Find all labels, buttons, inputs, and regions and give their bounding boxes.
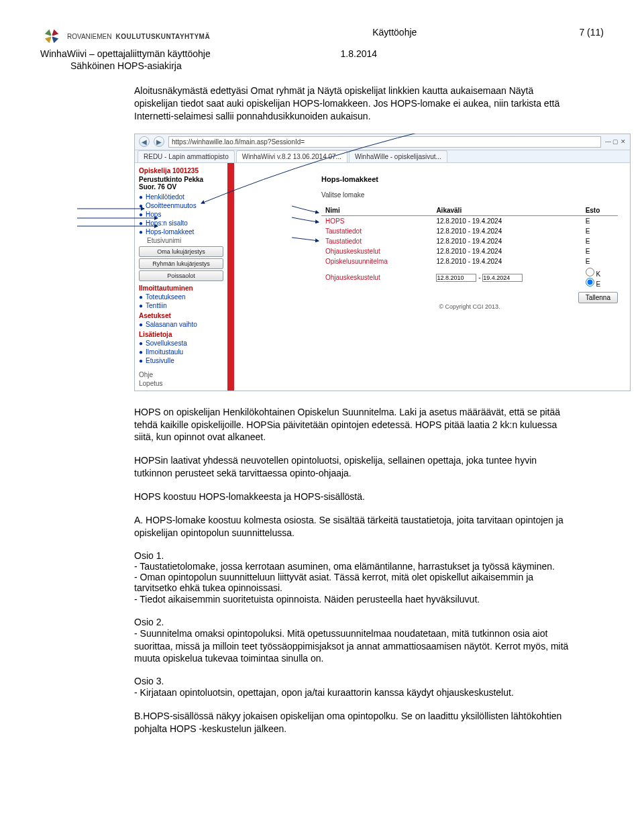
student-ov: Suor. 76 OV	[135, 183, 227, 193]
sidebar-logout[interactable]: Lopetus	[135, 379, 227, 388]
sidebar-section: Asetukset	[135, 310, 227, 320]
bullet-icon: ●	[139, 357, 143, 364]
radio-k[interactable]	[586, 268, 594, 276]
browser-tab[interactable]: REDU - Lapin ammattiopisto	[138, 150, 235, 162]
body-para: HOPS on opiskelijan Henkilökohtainen Opi…	[134, 406, 577, 444]
sidebar-help[interactable]: Ohje	[135, 370, 227, 379]
panel-title: Hops-lomakkeet	[321, 175, 618, 183]
doc-title: Käyttöohje	[372, 27, 417, 38]
main-panel: Hops-lomakkeet Valitse lomake Nimi Aikav…	[234, 163, 630, 391]
back-button[interactable]: ◀	[139, 136, 150, 147]
bullet-icon: ●	[139, 193, 143, 201]
body-para: A. HOPS-lomake koostuu kolmesta osiosta.…	[134, 514, 577, 539]
intro-paragraph: Aloitusnäkymästä edettyäsi Omat ryhmät j…	[134, 85, 577, 123]
bullet-icon: ●	[139, 340, 143, 347]
sidebar-button-schedule[interactable]: Oma lukujärjestys	[139, 246, 223, 257]
body-para: HOPS koostuu HOPS-lomakkeesta ja HOPS-si…	[134, 491, 577, 503]
osio1-line: - Oman opintopolun suunnitteluun liittyv…	[134, 572, 577, 593]
red-divider	[227, 163, 234, 391]
osio2-line: - Suunnitelma omaksi opintopoluksi. Mitä…	[134, 627, 577, 666]
table-row-editable: Ohjauskeskustelut - K E	[321, 266, 618, 289]
bullet-icon: ●	[139, 302, 143, 309]
sidebar-section: Ilmoittautuminen	[135, 282, 227, 293]
sidebar-item: ●Hops	[135, 210, 227, 219]
browser-chrome: ◀ ▶ https://winhawille.lao.fi/main.asp?S…	[134, 134, 631, 391]
osio1-title: Osio 1.	[134, 550, 577, 561]
bullet-icon: ●	[139, 348, 143, 356]
osio3-line: - Kirjataan opintoluotsin, opettajan, op…	[134, 686, 577, 699]
save-button[interactable]: Tallenna	[578, 292, 618, 303]
sidebar-button-group-schedule[interactable]: Ryhmän lukujärjestys	[139, 258, 223, 269]
osio1-line: - Taustatietolomake, jossa kerrotaan asu…	[134, 561, 577, 572]
table-row: Ohjauskeskustelut12.8.2010 - 19.4.2024E	[321, 246, 618, 256]
date-from-input[interactable]	[436, 274, 476, 282]
bullet-icon: ●	[139, 202, 143, 209]
radio-e[interactable]	[586, 278, 594, 287]
table-row: HOPS12.8.2010 - 19.4.2024E	[321, 215, 618, 226]
bullet-icon: ●	[139, 219, 143, 227]
date-to-input[interactable]	[482, 274, 523, 282]
sidebar-item: ●Sovelluksesta	[135, 339, 227, 348]
sidebar-item: ●Tenttiin	[135, 301, 227, 310]
browser-tab[interactable]: WinhaWille - opiskelijasivut...	[349, 150, 447, 162]
sidebar-item-disabled: Etusivunimi	[135, 236, 227, 245]
sidebar-item-hops-lomakkeet: ●Hops-lomakkeet	[135, 227, 227, 236]
table-row: Taustatiedot12.8.2010 - 19.4.2024E	[321, 236, 618, 246]
logo-block: ROVANIEMEN KOULUTUSKUNTAYHTYMÄ	[40, 27, 210, 46]
th-range: Aikaväli	[432, 205, 581, 216]
forms-table: Nimi Aikaväli Esto HOPS12.8.2010 - 19.4.…	[321, 205, 618, 289]
student-name: Perustutkinto Pekka	[135, 176, 227, 183]
copyright: © Copyright CGI 2013.	[321, 303, 618, 310]
sidebar-item: ●Etusivulle	[135, 356, 227, 365]
subheader-row: WinhaWiivi – opettajaliittymän käyttöohj…	[40, 48, 604, 59]
bullet-icon: ●	[139, 228, 143, 236]
logo-text-1: ROVANIEMEN	[67, 33, 112, 40]
osio3-title: Osio 3.	[134, 676, 577, 686]
app-sidebar: Opiskelija 1001235 Perustutkinto Pekka S…	[135, 163, 227, 391]
sidebar-item: ●Hops:n sisalto	[135, 219, 227, 227]
guide-section: Sähköinen HOPS-asiakirja	[70, 60, 604, 71]
bullet-icon: ●	[139, 321, 143, 328]
screenshot-wrapper: ◀ ▶ https://winhawille.lao.fi/main.asp?S…	[40, 134, 604, 391]
sidebar-item: ●Ilmoitustaulu	[135, 348, 227, 356]
logo-text-2: KOULUTUSKUNTAYHTYMÄ	[116, 33, 211, 40]
window-controls[interactable]: — ▢ ✕	[605, 138, 626, 145]
th-esto: Esto	[582, 205, 618, 216]
final-para: B.HOPS-sisällössä näkyy jokaisen opiskel…	[134, 710, 577, 735]
sidebar-item: ●Toteutukseen	[135, 293, 227, 301]
bullet-icon: ●	[139, 293, 143, 301]
address-bar[interactable]: https://winhawille.lao.fi/main.asp?Sessi…	[168, 136, 601, 148]
osio2-title: Osio 2.	[134, 617, 577, 627]
page-header: ROVANIEMEN KOULUTUSKUNTAYHTYMÄ Käyttöohj…	[40, 27, 604, 46]
forward-button[interactable]: ▶	[154, 136, 164, 147]
student-id: Opiskelija 1001235	[135, 166, 227, 176]
table-row: Opiskelusuunnitelma12.8.2010 - 19.4.2024…	[321, 256, 618, 266]
sidebar-item: ●Henkilötiedot	[135, 193, 227, 201]
sidebar-item: ●Salasanan vaihto	[135, 320, 227, 329]
sidebar-section: Lisätietoja	[135, 329, 227, 339]
body-para: HOPSin laativat yhdessä neuvotellen opin…	[134, 454, 577, 480]
browser-tab[interactable]: WinhaWiivi v.8.2 13.06.2014 07...	[236, 150, 347, 162]
sidebar-button-absence[interactable]: Poissaolot	[139, 270, 223, 281]
page-number: 7 (11)	[579, 27, 604, 38]
bullet-icon: ●	[139, 211, 143, 218]
osio1-line: - Tiedot aikaisemmin suoritetuista opinn…	[134, 593, 577, 606]
panel-subtitle: Valitse lomake	[321, 191, 618, 199]
table-row: Taustatiedot12.8.2010 - 19.4.2024E	[321, 226, 618, 236]
pinwheel-icon	[40, 27, 63, 46]
sidebar-item: ●Osoitteenmuutos	[135, 201, 227, 210]
th-name: Nimi	[321, 205, 432, 216]
guide-name: WinhaWiivi – opettajaliittymän käyttöohj…	[40, 48, 211, 59]
svg-point-0	[50, 35, 52, 37]
guide-date: 1.8.2014	[341, 48, 378, 59]
